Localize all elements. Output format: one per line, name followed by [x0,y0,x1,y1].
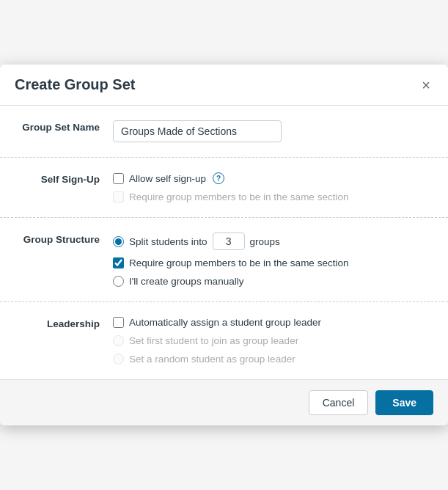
create-group-set-modal: Create Group Set × Group Set Name Self S… [0,65,448,425]
first-student-leader-row: Set first student to join as group leade… [113,335,430,346]
split-students-radio[interactable] [113,236,124,247]
auto-assign-leader-checkbox[interactable] [113,317,124,328]
require-same-section-signup-label: Require group members to be in the same … [129,191,348,202]
random-student-leader-row: Set a random student as group leader [113,354,430,365]
group-set-name-input[interactable] [113,120,282,142]
first-student-leader-label: Set first student to join as group leade… [129,335,298,346]
modal-title: Create Group Set [15,76,135,93]
group-structure-content: Split students into groups Require group… [113,233,430,287]
random-student-leader-label: Set a random student as group leader [129,354,295,365]
group-count-input[interactable] [213,233,245,250]
self-signup-content: Allow self sign-up ? Require group membe… [113,172,430,202]
modal-header: Create Group Set × [0,65,448,106]
allow-self-signup-label: Allow self sign-up [129,173,206,184]
manual-create-row: I'll create groups manually [113,276,430,287]
require-same-section-checkbox[interactable] [113,257,124,268]
leadership-label: Leadership [18,317,113,329]
self-signup-row: Self Sign-Up Allow self sign-up ? Requir… [0,158,448,218]
save-button[interactable]: Save [375,390,433,415]
manual-create-radio[interactable] [113,276,124,287]
group-set-name-label: Group Set Name [18,120,113,133]
group-structure-label: Group Structure [18,233,113,245]
split-students-prefix: Split students into [129,236,208,247]
first-student-leader-radio[interactable] [113,335,124,346]
modal-footer: Cancel Save [0,379,448,425]
modal-body: Group Set Name Self Sign-Up Allow self s… [0,106,448,379]
allow-self-signup-checkbox[interactable] [113,173,124,184]
split-students-inline: Split students into groups [129,233,280,250]
leadership-row: Leadership Automatically assign a studen… [0,302,448,379]
auto-assign-leader-row: Automatically assign a student group lea… [113,317,430,328]
require-same-section-row: Require group members to be in the same … [113,257,430,268]
split-students-row: Split students into groups [113,233,430,250]
close-button[interactable]: × [419,78,433,92]
group-set-name-row: Group Set Name [0,106,448,158]
self-signup-label: Self Sign-Up [18,172,113,185]
cancel-button[interactable]: Cancel [309,390,369,415]
allow-self-signup-row: Allow self sign-up ? [113,172,430,184]
require-same-section-label: Require group members to be in the same … [129,257,348,268]
group-structure-row: Group Structure Split students into grou… [0,218,448,302]
require-same-section-signup-row: Require group members to be in the same … [113,191,430,202]
split-students-suffix: groups [250,236,280,247]
help-icon[interactable]: ? [213,172,224,184]
random-student-leader-radio[interactable] [113,354,124,365]
group-set-name-content [113,120,430,142]
manual-create-label: I'll create groups manually [129,276,243,287]
require-same-section-signup-checkbox[interactable] [113,191,124,202]
leadership-content: Automatically assign a student group lea… [113,317,430,365]
auto-assign-leader-label: Automatically assign a student group lea… [129,317,321,328]
